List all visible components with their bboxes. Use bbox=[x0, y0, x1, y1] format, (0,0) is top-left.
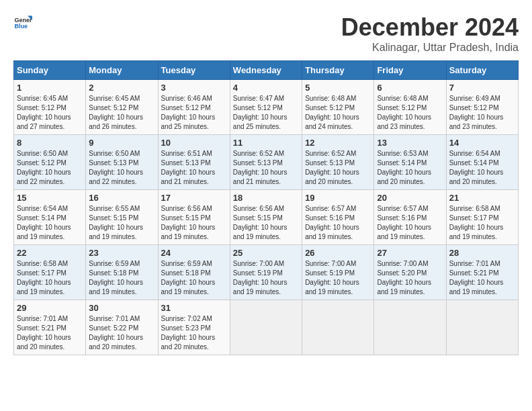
logo-icon: General Blue bbox=[13, 13, 32, 32]
day-number: 21 bbox=[449, 193, 515, 203]
day-info: Sunrise: 6:59 AM Sunset: 5:18 PM Dayligh… bbox=[161, 259, 227, 297]
header-sunday: Sunday bbox=[14, 61, 86, 80]
day-number: 20 bbox=[377, 193, 443, 203]
svg-text:Blue: Blue bbox=[14, 23, 28, 30]
page-header: General Blue December 2024 Kalinagar, Ut… bbox=[13, 13, 519, 54]
location-subtitle: Kalinagar, Uttar Pradesh, India bbox=[341, 42, 519, 54]
day-info: Sunrise: 7:00 AM Sunset: 5:19 PM Dayligh… bbox=[305, 259, 371, 297]
week-row-4: 22Sunrise: 6:58 AM Sunset: 5:17 PM Dayli… bbox=[14, 245, 519, 300]
calendar-cell bbox=[446, 300, 518, 355]
week-row-3: 15Sunrise: 6:54 AM Sunset: 5:14 PM Dayli… bbox=[14, 190, 519, 245]
day-number: 30 bbox=[89, 303, 154, 313]
calendar-cell: 4Sunrise: 6:47 AM Sunset: 5:12 PM Daylig… bbox=[230, 80, 302, 135]
day-number: 11 bbox=[233, 138, 299, 148]
calendar-cell: 15Sunrise: 6:54 AM Sunset: 5:14 PM Dayli… bbox=[14, 190, 86, 245]
day-number: 27 bbox=[377, 248, 443, 258]
day-number: 3 bbox=[161, 83, 227, 93]
day-number: 1 bbox=[17, 83, 83, 93]
day-number: 12 bbox=[305, 138, 371, 148]
calendar-cell: 25Sunrise: 7:00 AM Sunset: 5:19 PM Dayli… bbox=[230, 245, 302, 300]
day-number: 10 bbox=[161, 138, 227, 148]
day-info: Sunrise: 6:55 AM Sunset: 5:15 PM Dayligh… bbox=[89, 204, 154, 242]
calendar-cell: 10Sunrise: 6:51 AM Sunset: 5:13 PM Dayli… bbox=[158, 135, 230, 190]
calendar-cell: 3Sunrise: 6:46 AM Sunset: 5:12 PM Daylig… bbox=[158, 80, 230, 135]
day-info: Sunrise: 6:48 AM Sunset: 5:12 PM Dayligh… bbox=[305, 94, 371, 132]
calendar-cell: 30Sunrise: 7:01 AM Sunset: 5:22 PM Dayli… bbox=[86, 300, 158, 355]
day-number: 14 bbox=[449, 138, 515, 148]
calendar-cell: 1Sunrise: 6:45 AM Sunset: 5:12 PM Daylig… bbox=[14, 80, 86, 135]
day-info: Sunrise: 6:53 AM Sunset: 5:14 PM Dayligh… bbox=[377, 149, 443, 187]
calendar-cell: 21Sunrise: 6:58 AM Sunset: 5:17 PM Dayli… bbox=[446, 190, 518, 245]
day-info: Sunrise: 6:58 AM Sunset: 5:17 PM Dayligh… bbox=[449, 204, 515, 242]
day-number: 2 bbox=[89, 83, 154, 93]
calendar-cell: 19Sunrise: 6:57 AM Sunset: 5:16 PM Dayli… bbox=[302, 190, 374, 245]
calendar-cell: 12Sunrise: 6:52 AM Sunset: 5:13 PM Dayli… bbox=[302, 135, 374, 190]
calendar-cell: 23Sunrise: 6:59 AM Sunset: 5:18 PM Dayli… bbox=[86, 245, 158, 300]
day-info: Sunrise: 6:57 AM Sunset: 5:16 PM Dayligh… bbox=[377, 204, 443, 242]
calendar-cell: 28Sunrise: 7:01 AM Sunset: 5:21 PM Dayli… bbox=[446, 245, 518, 300]
day-number: 6 bbox=[377, 83, 443, 93]
day-info: Sunrise: 7:02 AM Sunset: 5:23 PM Dayligh… bbox=[161, 314, 227, 352]
day-number: 9 bbox=[89, 138, 154, 148]
calendar-cell: 26Sunrise: 7:00 AM Sunset: 5:19 PM Dayli… bbox=[302, 245, 374, 300]
calendar-cell: 7Sunrise: 6:49 AM Sunset: 5:12 PM Daylig… bbox=[446, 80, 518, 135]
day-info: Sunrise: 6:47 AM Sunset: 5:12 PM Dayligh… bbox=[233, 94, 299, 132]
day-info: Sunrise: 7:00 AM Sunset: 5:19 PM Dayligh… bbox=[233, 259, 299, 297]
day-number: 19 bbox=[305, 193, 371, 203]
day-info: Sunrise: 6:54 AM Sunset: 5:14 PM Dayligh… bbox=[449, 149, 515, 187]
week-row-2: 8Sunrise: 6:50 AM Sunset: 5:12 PM Daylig… bbox=[14, 135, 519, 190]
day-number: 24 bbox=[161, 248, 227, 258]
day-info: Sunrise: 6:56 AM Sunset: 5:15 PM Dayligh… bbox=[233, 204, 299, 242]
header-row: Sunday Monday Tuesday Wednesday Thursday… bbox=[14, 61, 519, 80]
calendar-cell: 24Sunrise: 6:59 AM Sunset: 5:18 PM Dayli… bbox=[158, 245, 230, 300]
day-number: 22 bbox=[17, 248, 83, 258]
calendar-cell bbox=[374, 300, 446, 355]
day-info: Sunrise: 6:58 AM Sunset: 5:17 PM Dayligh… bbox=[17, 259, 83, 297]
day-info: Sunrise: 6:45 AM Sunset: 5:12 PM Dayligh… bbox=[89, 94, 154, 132]
day-number: 4 bbox=[233, 83, 299, 93]
day-number: 31 bbox=[161, 303, 227, 313]
calendar-cell: 31Sunrise: 7:02 AM Sunset: 5:23 PM Dayli… bbox=[158, 300, 230, 355]
day-info: Sunrise: 7:01 AM Sunset: 5:22 PM Dayligh… bbox=[89, 314, 154, 352]
calendar-cell: 9Sunrise: 6:50 AM Sunset: 5:13 PM Daylig… bbox=[86, 135, 158, 190]
day-number: 25 bbox=[233, 248, 299, 258]
day-info: Sunrise: 6:56 AM Sunset: 5:15 PM Dayligh… bbox=[161, 204, 227, 242]
calendar-cell bbox=[302, 300, 374, 355]
title-block: December 2024 Kalinagar, Uttar Pradesh, … bbox=[341, 13, 519, 54]
day-number: 23 bbox=[89, 248, 154, 258]
calendar-cell: 22Sunrise: 6:58 AM Sunset: 5:17 PM Dayli… bbox=[14, 245, 86, 300]
day-info: Sunrise: 6:45 AM Sunset: 5:12 PM Dayligh… bbox=[17, 94, 83, 132]
day-info: Sunrise: 6:50 AM Sunset: 5:13 PM Dayligh… bbox=[89, 149, 154, 187]
day-info: Sunrise: 6:48 AM Sunset: 5:12 PM Dayligh… bbox=[377, 94, 443, 132]
header-wednesday: Wednesday bbox=[230, 61, 302, 80]
day-number: 18 bbox=[233, 193, 299, 203]
calendar-cell bbox=[230, 300, 302, 355]
calendar-cell: 29Sunrise: 7:01 AM Sunset: 5:21 PM Dayli… bbox=[14, 300, 86, 355]
calendar-cell: 27Sunrise: 7:00 AM Sunset: 5:20 PM Dayli… bbox=[374, 245, 446, 300]
calendar-cell: 18Sunrise: 6:56 AM Sunset: 5:15 PM Dayli… bbox=[230, 190, 302, 245]
day-number: 7 bbox=[449, 83, 515, 93]
day-info: Sunrise: 6:50 AM Sunset: 5:12 PM Dayligh… bbox=[17, 149, 83, 187]
day-info: Sunrise: 6:54 AM Sunset: 5:14 PM Dayligh… bbox=[17, 204, 83, 242]
logo: General Blue bbox=[13, 13, 32, 32]
day-number: 29 bbox=[17, 303, 83, 313]
day-info: Sunrise: 6:52 AM Sunset: 5:13 PM Dayligh… bbox=[305, 149, 371, 187]
calendar-cell: 11Sunrise: 6:52 AM Sunset: 5:13 PM Dayli… bbox=[230, 135, 302, 190]
day-info: Sunrise: 6:52 AM Sunset: 5:13 PM Dayligh… bbox=[233, 149, 299, 187]
day-number: 17 bbox=[161, 193, 227, 203]
calendar-cell: 6Sunrise: 6:48 AM Sunset: 5:12 PM Daylig… bbox=[374, 80, 446, 135]
calendar-cell: 13Sunrise: 6:53 AM Sunset: 5:14 PM Dayli… bbox=[374, 135, 446, 190]
header-tuesday: Tuesday bbox=[158, 61, 230, 80]
day-number: 26 bbox=[305, 248, 371, 258]
header-saturday: Saturday bbox=[446, 61, 518, 80]
day-info: Sunrise: 6:49 AM Sunset: 5:12 PM Dayligh… bbox=[449, 94, 515, 132]
day-number: 15 bbox=[17, 193, 83, 203]
header-thursday: Thursday bbox=[302, 61, 374, 80]
calendar-cell: 5Sunrise: 6:48 AM Sunset: 5:12 PM Daylig… bbox=[302, 80, 374, 135]
calendar-cell: 17Sunrise: 6:56 AM Sunset: 5:15 PM Dayli… bbox=[158, 190, 230, 245]
day-number: 28 bbox=[449, 248, 515, 258]
day-info: Sunrise: 6:59 AM Sunset: 5:18 PM Dayligh… bbox=[89, 259, 154, 297]
day-info: Sunrise: 7:01 AM Sunset: 5:21 PM Dayligh… bbox=[17, 314, 83, 352]
day-info: Sunrise: 7:00 AM Sunset: 5:20 PM Dayligh… bbox=[377, 259, 443, 297]
day-number: 13 bbox=[377, 138, 443, 148]
